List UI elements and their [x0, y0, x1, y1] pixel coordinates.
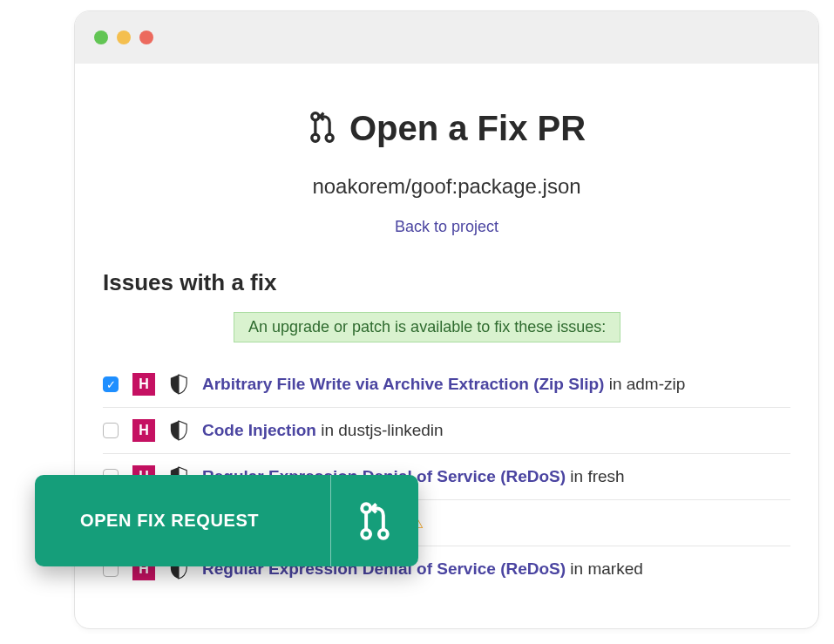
- back-to-project-link[interactable]: Back to project: [103, 218, 790, 236]
- issue-text: Code Injection in dustjs-linkedin: [202, 421, 444, 440]
- svg-point-6: [379, 529, 388, 538]
- severity-badge: H: [132, 419, 155, 442]
- project-path: noakorem/goof:package.json: [103, 174, 790, 199]
- issue-row: HCode Injection in dustjs-linkedin: [103, 407, 790, 453]
- severity-badge: H: [132, 373, 155, 396]
- issues-heading: Issues with a fix: [103, 269, 790, 296]
- issue-text: Arbitrary File Write via Archive Extract…: [202, 375, 685, 394]
- page-title-row: Open a Fix PR: [103, 109, 790, 148]
- shield-icon: [169, 374, 188, 395]
- window-close-dot[interactable]: [94, 31, 108, 44]
- issue-package: in fresh: [566, 467, 625, 485]
- page-title: Open a Fix PR: [349, 109, 586, 148]
- window-minimize-dot[interactable]: [117, 31, 131, 44]
- vulnerability-link[interactable]: Code Injection: [202, 421, 316, 439]
- open-fix-request-label: OPEN FIX REQUEST: [35, 511, 330, 531]
- svg-point-4: [362, 504, 370, 512]
- upgrade-available-banner: An upgrade or patch is available to fix …: [234, 312, 620, 342]
- pull-request-icon: [331, 501, 418, 541]
- window-titlebar: [75, 11, 818, 64]
- issue-package: in adm-zip: [604, 375, 685, 393]
- svg-point-5: [362, 529, 370, 538]
- issue-row: ✓HArbitrary File Write via Archive Extra…: [103, 362, 790, 407]
- shield-icon: [169, 420, 188, 441]
- issue-package: in marked: [566, 559, 643, 578]
- issue-checkbox[interactable]: ✓: [103, 376, 119, 392]
- svg-point-1: [312, 134, 319, 141]
- svg-point-2: [326, 134, 333, 141]
- vulnerability-link[interactable]: Arbitrary File Write via Archive Extract…: [202, 375, 604, 393]
- pull-request-icon: [308, 111, 337, 147]
- open-fix-request-button[interactable]: OPEN FIX REQUEST: [35, 475, 418, 566]
- issue-checkbox[interactable]: [103, 423, 119, 438]
- window-maximize-dot[interactable]: [139, 31, 153, 44]
- svg-point-0: [312, 112, 319, 119]
- issue-package: in dustjs-linkedin: [316, 421, 444, 439]
